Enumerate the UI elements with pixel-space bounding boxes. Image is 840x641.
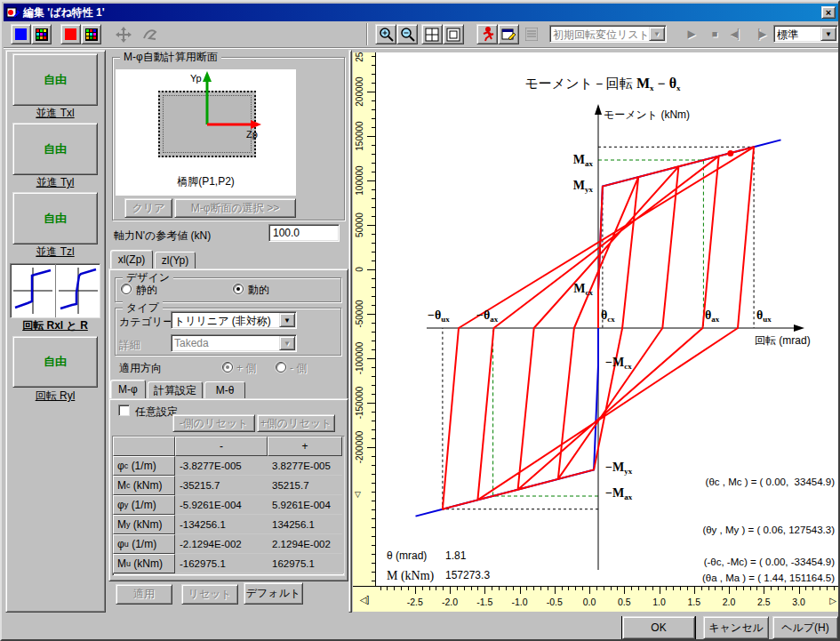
tab-m-theta[interactable]: M-θ: [204, 381, 245, 398]
apply-button[interactable]: 適用: [116, 584, 172, 605]
ok-button-face: OK: [622, 616, 695, 639]
arbitrary-checkbox[interactable]: [118, 405, 130, 416]
table-cell[interactable]: -162975.1: [175, 554, 268, 573]
tab-label: xl(Zp): [118, 253, 146, 266]
panel-divider: [348, 50, 352, 613]
step-forward-button: ▕▶: [750, 25, 768, 43]
label-neg-Myx: −Myx: [605, 461, 632, 476]
dof-label-rx: 回転 Rxl と R: [5, 320, 105, 332]
chevron-down-icon[interactable]: ▼: [820, 27, 836, 41]
design-dynamic-radio[interactable]: [233, 284, 244, 294]
dof-label-ry: 回転 Ryl: [11, 390, 100, 402]
label-Myx: Myx: [541, 179, 593, 194]
corner-header: [113, 437, 175, 456]
category-label: カテゴリー: [119, 315, 173, 330]
negative-palette-button[interactable]: [81, 24, 101, 44]
red-square-icon: [65, 28, 76, 40]
close-button[interactable]: ×: [821, 6, 836, 19]
tab-xl-zp[interactable]: xl(Zp): [110, 250, 153, 268]
initial-rotation-list-combo[interactable]: 初期回転変位リスト ▼: [549, 25, 667, 43]
table-cell[interactable]: -5.9261E-004: [175, 495, 268, 515]
design-static-label: 静的: [136, 283, 157, 298]
label-theta-ux: θux: [756, 308, 772, 324]
select-section-button[interactable]: M-φ断面の選択 >>: [174, 198, 296, 218]
dof-state: 自由: [44, 211, 67, 227]
tab-calc-settings[interactable]: 計算設定: [148, 381, 203, 398]
table-cell[interactable]: 3.8277E-005: [268, 456, 342, 476]
table-cell[interactable]: -2.1294E-002: [175, 534, 268, 554]
design-dynamic-label: 動的: [248, 283, 269, 298]
lasso-button: [139, 24, 162, 44]
stop-button: ■: [706, 25, 724, 43]
detail-label: 詳細: [119, 338, 140, 353]
clear-button[interactable]: クリア: [124, 198, 172, 218]
x-axis-label: 回転 (mrad): [755, 333, 811, 349]
dof-button-ty[interactable]: 自由: [12, 123, 98, 175]
horizontal-ruler: -2.5-2.0-1.5-1.0-0.50.00.51.01.52.02.53.…: [376, 586, 839, 612]
positive-color-button[interactable]: [11, 24, 31, 44]
row-header: Mc (kNm): [113, 476, 175, 495]
toolbar: 初期回転変位リスト ▼ ▶ ■ ◀▏ ▕▶ 標準 ▼: [4, 21, 838, 47]
default-button[interactable]: デフォルト: [244, 582, 303, 605]
list-icon: [525, 28, 538, 41]
help-button[interactable]: ヘルプ(H): [772, 616, 838, 639]
value-table: - + φc (1/m) -3.8277E-005 3.8277E-005 Mc…: [112, 436, 345, 576]
dof-button-ry[interactable]: 自由: [12, 336, 98, 388]
vertical-ruler: 250000200000150000100000500000-50000-100…: [353, 52, 376, 586]
dof-button-tx[interactable]: 自由: [12, 53, 98, 106]
status-theta-value: 1.81: [445, 549, 466, 562]
edit-window-button[interactable]: [498, 24, 519, 44]
label-neg-Mcx: −Mcx: [605, 356, 632, 371]
negative-color-button[interactable]: [60, 24, 81, 44]
zoom-window-button[interactable]: [443, 24, 464, 44]
window-pencil-icon: [501, 28, 516, 42]
table-cell[interactable]: -35215.7: [175, 476, 268, 495]
row-header: φu (1/m): [113, 534, 175, 554]
pan-button: [112, 24, 135, 44]
table-cell[interactable]: 5.9261E-004: [268, 495, 342, 515]
chart-title: モーメント－回転 Mx − θx: [465, 76, 740, 92]
table-cell[interactable]: 2.1294E-002: [268, 534, 342, 554]
section-caption: 橋脚(P1,P2): [116, 175, 296, 188]
category-combo[interactable]: トリリニア (非対称) ▼: [171, 311, 297, 329]
label-neg-Max: −Max: [605, 486, 632, 501]
cancel-button[interactable]: キャンセル: [703, 616, 769, 639]
table-cell[interactable]: 35215.7: [268, 476, 342, 495]
table-cell[interactable]: -3.8277E-005: [175, 456, 268, 476]
zoom-in-button[interactable]: [375, 24, 396, 44]
plus-column-header: +: [268, 437, 342, 456]
reset-button[interactable]: リセット: [181, 584, 238, 605]
dof-state: 自由: [44, 354, 67, 370]
table-cell[interactable]: 162975.1: [268, 554, 342, 573]
dof-label-tx: 並進 Txl: [11, 108, 100, 119]
dof-button-tz[interactable]: 自由: [12, 192, 98, 244]
table-cell[interactable]: 134256.1: [268, 515, 342, 534]
zoom-out-button[interactable]: [396, 24, 418, 44]
combo-value: トリリニア (非対称): [174, 314, 280, 329]
design-static-radio[interactable]: [121, 284, 132, 294]
chevron-down-icon[interactable]: ▼: [649, 27, 665, 41]
minus-side-label: - 側: [290, 361, 307, 376]
toolbar-bottom-edge: [4, 47, 838, 49]
chevron-down-icon: ▼: [279, 336, 295, 350]
positive-palette-button[interactable]: [31, 24, 52, 44]
scale-combo[interactable]: 標準 ▼: [773, 25, 838, 43]
axial-force-input[interactable]: 100.0: [268, 224, 340, 242]
chevron-down-icon[interactable]: ▼: [279, 313, 295, 327]
reset-minus-button[interactable]: -側のリセット: [172, 414, 255, 432]
row-header: My (kNm): [113, 515, 175, 534]
ruler-corner: ◁]: [353, 586, 376, 612]
animate-button[interactable]: [476, 24, 498, 44]
axis-label-zp: Zp: [246, 129, 258, 140]
dof-button-rx[interactable]: [10, 263, 100, 318]
ok-button[interactable]: OK: [621, 616, 696, 639]
tab-m-phi[interactable]: M-φ: [110, 380, 146, 398]
tab-zl-yp[interactable]: zl(Yp): [155, 252, 196, 268]
fit-view-button[interactable]: [421, 24, 443, 44]
frame-window-icon: [446, 28, 460, 42]
apply-direction-label: 適用方向: [119, 361, 162, 376]
hysteresis-icon: [11, 264, 56, 317]
reset-plus-button[interactable]: +側のリセット: [257, 414, 335, 432]
table-cell[interactable]: -134256.1: [175, 515, 268, 534]
tab-label: M-θ: [216, 384, 235, 397]
